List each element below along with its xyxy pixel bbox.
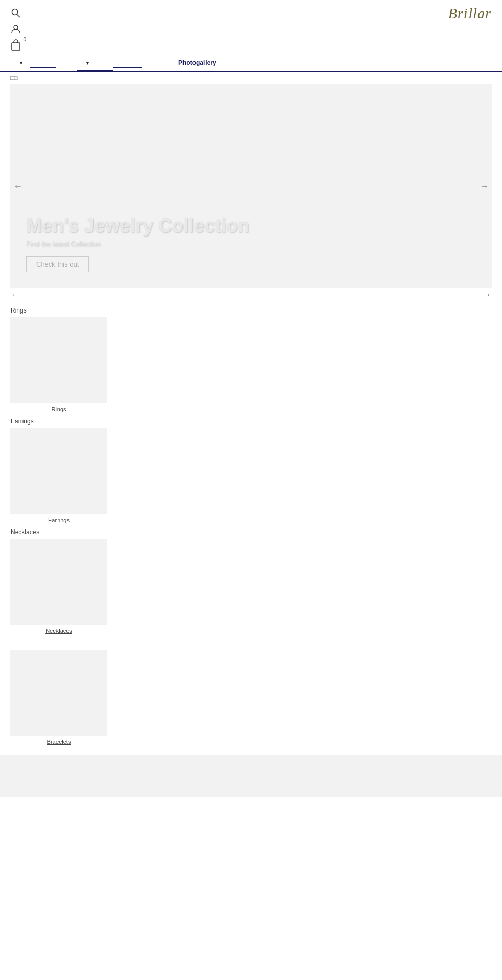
- category-bracelets-image[interactable]: [10, 650, 107, 736]
- svg-point-0: [12, 9, 18, 15]
- slider-next-button[interactable]: →: [483, 290, 492, 299]
- category-earrings: Earrings Earrings: [0, 412, 502, 523]
- chevron-down-icon-2: ▾: [86, 60, 89, 66]
- main-nav: ▾ ▾ Photogallery: [0, 55, 502, 72]
- category-rings: Rings Rings: [0, 302, 502, 412]
- hero-subtitle: Find the latest Collection: [26, 240, 249, 248]
- footer-band: [0, 755, 502, 797]
- nav-item-3[interactable]: [56, 59, 77, 68]
- category-rings-link[interactable]: Rings: [10, 406, 107, 412]
- hero-content: Men's Jewelry Collection Find the latest…: [26, 215, 249, 272]
- category-necklaces-image[interactable]: [10, 539, 107, 625]
- category-bracelets: Bracelets: [0, 634, 502, 745]
- header: 0 Brillar: [0, 0, 502, 51]
- breadcrumb: □□: [0, 72, 502, 84]
- nav-item-6[interactable]: [142, 59, 171, 68]
- slider-bar: ← →: [0, 288, 502, 302]
- cart-wrapper: 0: [10, 39, 22, 51]
- nav-item-5[interactable]: [113, 59, 142, 68]
- nav-item-photogallery[interactable]: Photogallery: [171, 55, 224, 72]
- category-bracelets-label-top: [10, 639, 492, 647]
- category-earrings-link[interactable]: Earrings: [10, 517, 107, 523]
- user-icon[interactable]: [10, 24, 22, 35]
- category-earrings-image[interactable]: [10, 428, 107, 514]
- chevron-down-icon: ▾: [20, 60, 22, 66]
- category-rings-label-top: Rings: [10, 307, 492, 314]
- nav-item-1[interactable]: ▾: [10, 56, 30, 71]
- header-icons: 0: [10, 8, 22, 51]
- category-necklaces-link[interactable]: Necklaces: [10, 628, 107, 634]
- hero-cta-button[interactable]: Check this out: [26, 256, 89, 272]
- category-necklaces-label-top: Necklaces: [10, 528, 492, 536]
- hero-next-button[interactable]: →: [480, 181, 489, 192]
- nav-photogallery-label: Photogallery: [178, 59, 216, 66]
- svg-line-1: [17, 15, 20, 18]
- search-icon[interactable]: [10, 8, 22, 19]
- svg-point-2: [14, 25, 18, 29]
- category-necklaces: Necklaces Necklaces: [0, 523, 502, 634]
- bag-icon[interactable]: [10, 39, 22, 51]
- breadcrumb-text: □□: [10, 75, 17, 81]
- slider-prev-button[interactable]: ←: [10, 290, 19, 299]
- category-bracelets-link[interactable]: Bracelets: [10, 739, 107, 745]
- hero-title: Men's Jewelry Collection: [26, 215, 249, 237]
- nav-item-4[interactable]: ▾: [77, 56, 113, 71]
- hero-slider: ← Men's Jewelry Collection Find the late…: [10, 84, 492, 288]
- logo[interactable]: Brillar: [448, 5, 492, 22]
- category-earrings-label-top: Earrings: [10, 418, 492, 425]
- cart-count: 0: [23, 37, 26, 42]
- slider-bar-line: [23, 295, 479, 295]
- hero-prev-button[interactable]: ←: [13, 181, 22, 192]
- nav-item-2[interactable]: [30, 59, 56, 68]
- svg-rect-3: [12, 43, 20, 50]
- category-rings-image[interactable]: [10, 317, 107, 403]
